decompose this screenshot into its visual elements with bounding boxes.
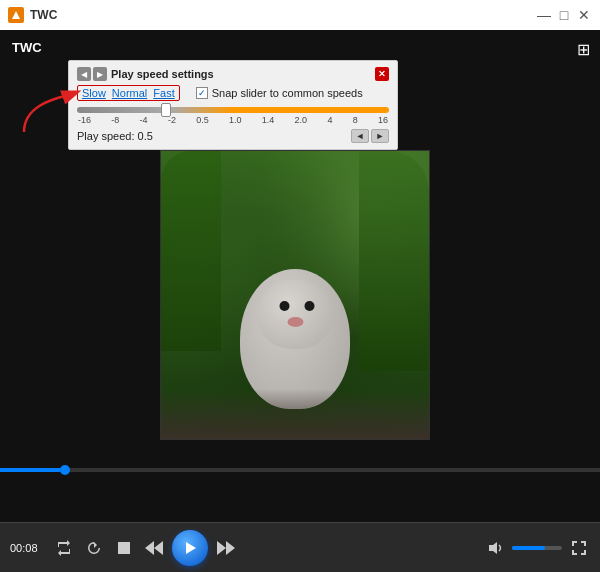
slider-labels: -16 -8 -4 -2 0.5 1.0 1.4 2.0 4 8 16 [77, 115, 389, 125]
vine-right [359, 151, 429, 371]
stop-button[interactable] [112, 536, 136, 560]
seal-eye-right [305, 301, 315, 311]
nav-forward-button[interactable]: ▶ [93, 67, 107, 81]
volume-fill [512, 546, 545, 550]
svg-marker-7 [489, 542, 497, 554]
progress-thumb[interactable] [60, 465, 70, 475]
grid-icon[interactable]: ⊞ [577, 40, 590, 59]
video-background [161, 151, 429, 439]
play-speed-value: 0.5 [138, 130, 153, 142]
title-bar: TWC — □ ✕ [0, 0, 600, 30]
svg-marker-3 [145, 541, 154, 555]
app-title: TWC [30, 8, 57, 22]
minimize-button[interactable]: — [536, 9, 552, 21]
controls-bar: 00:08 [0, 522, 600, 572]
twc-label: TWC [12, 40, 42, 55]
volume-button[interactable] [484, 536, 508, 560]
svg-marker-5 [217, 541, 226, 555]
panel-close-button[interactable]: ✕ [375, 67, 389, 81]
play-speed-label: Play speed: [77, 130, 134, 142]
label-2-0: 2.0 [295, 115, 308, 125]
volume-slider[interactable] [512, 546, 562, 550]
vine-left [161, 151, 221, 351]
close-button[interactable]: ✕ [576, 9, 592, 21]
snap-checkbox[interactable]: ✓ [196, 87, 208, 99]
app-icon-inner [12, 11, 20, 19]
video-frame [160, 150, 430, 440]
speed-fast-link[interactable]: Fast [153, 87, 174, 99]
speed-normal-link[interactable]: Normal [112, 87, 147, 99]
speed-slider-thumb[interactable] [161, 103, 171, 117]
panel-title: Play speed settings [111, 68, 214, 80]
snap-label: Snap slider to common speeds [212, 87, 363, 99]
svg-marker-2 [154, 541, 163, 555]
panel-title-row: ◀ ▶ Play speed settings [77, 67, 214, 81]
speed-links: Slow Normal Fast [77, 85, 180, 101]
fullscreen-button[interactable] [568, 537, 590, 559]
play-button[interactable] [172, 530, 208, 566]
label-1-4: 1.4 [262, 115, 275, 125]
rewind-button[interactable] [142, 536, 166, 560]
app-icon [8, 7, 24, 23]
speed-buttons-row: Slow Normal Fast ✓ Snap slider to common… [77, 85, 389, 101]
seal-eye-left [280, 301, 290, 311]
title-bar-controls: — □ ✕ [536, 9, 592, 21]
repeat-button[interactable] [52, 536, 76, 560]
label-0-5: 0.5 [196, 115, 209, 125]
seal-head [258, 279, 333, 349]
volume-area [484, 536, 562, 560]
rocks [161, 389, 429, 439]
main-content: TWC ⊞ ◀ ▶ Play speed settings [0, 30, 600, 572]
snap-checkbox-area: ✓ Snap slider to common speeds [196, 87, 363, 99]
label-1-0: 1.0 [229, 115, 242, 125]
speed-slow-link[interactable]: Slow [82, 87, 106, 99]
svg-rect-1 [118, 542, 130, 554]
speed-step-buttons: ◄ ► [351, 129, 389, 143]
refresh-button[interactable] [82, 536, 106, 560]
label-8: 8 [353, 115, 358, 125]
time-display: 00:08 [10, 542, 46, 554]
label-16: 16 [378, 115, 388, 125]
maximize-button[interactable]: □ [556, 9, 572, 21]
speed-slider-track[interactable] [77, 107, 389, 113]
nav-back-button[interactable]: ◀ [77, 67, 91, 81]
play-speed-panel: ◀ ▶ Play speed settings ✕ Slow Normal Fa… [68, 60, 398, 150]
label-neg8: -8 [111, 115, 119, 125]
character [230, 249, 360, 409]
progress-fill [0, 468, 60, 472]
seal-nose [287, 317, 303, 327]
seal-body [240, 269, 350, 409]
label-neg4: -4 [140, 115, 148, 125]
panel-header: ◀ ▶ Play speed settings ✕ [77, 67, 389, 81]
speed-slider-container: -16 -8 -4 -2 0.5 1.0 1.4 2.0 4 8 16 [77, 107, 389, 125]
label-4: 4 [327, 115, 332, 125]
fast-forward-button[interactable] [214, 536, 238, 560]
progress-bar[interactable] [0, 468, 600, 472]
red-arrow-annotation [14, 82, 84, 142]
speed-step-forward-button[interactable]: ► [371, 129, 389, 143]
title-bar-left: TWC [8, 7, 57, 23]
play-speed-row: Play speed: 0.5 ◄ ► [77, 129, 389, 143]
svg-marker-4 [186, 542, 196, 554]
svg-marker-6 [226, 541, 235, 555]
panel-nav: ◀ ▶ [77, 67, 107, 81]
speed-step-back-button[interactable]: ◄ [351, 129, 369, 143]
player-area[interactable]: TWC ⊞ ◀ ▶ Play speed settings [0, 30, 600, 522]
play-speed-display: Play speed: 0.5 [77, 130, 153, 142]
